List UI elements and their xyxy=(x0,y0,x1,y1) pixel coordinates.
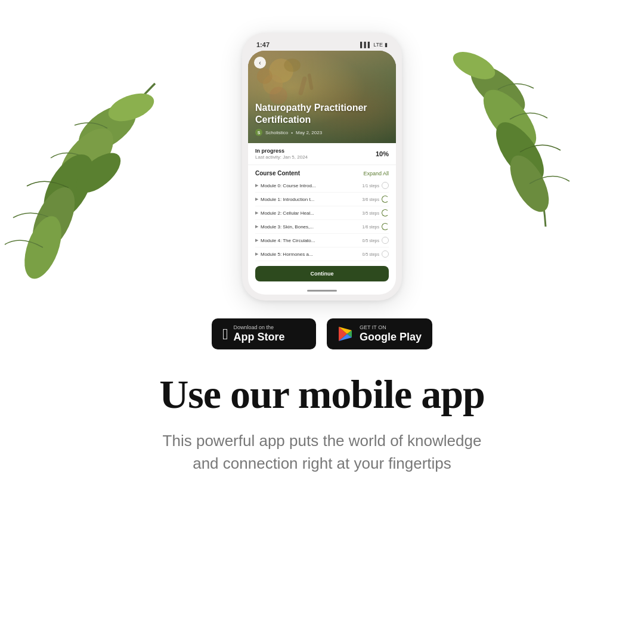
sub-headline: This powerful app puts the world of know… xyxy=(163,430,482,475)
module-steps-3: 1/6 steps xyxy=(363,225,379,229)
module-circle-3 xyxy=(382,223,389,230)
progress-percentage: 10% xyxy=(376,150,389,157)
battery-icon: ▮ xyxy=(385,42,388,48)
svg-rect-20 xyxy=(307,73,313,90)
course-date: May 2, 2023 xyxy=(296,130,322,135)
progress-label: In progress xyxy=(255,148,308,154)
last-activity: Last activity: Jan 5, 2024 xyxy=(255,154,308,160)
course-content-header: Course Content Expand All xyxy=(248,165,396,179)
module-list: ▶ Module 0: Course Introd... 1/1 steps ▶… xyxy=(248,179,396,261)
google-play-text: GET IT ON Google Play xyxy=(360,324,422,343)
app-store-button[interactable]:  Download on the App Store xyxy=(212,318,316,349)
module-left-0: ▶ Module 0: Course Introd... xyxy=(255,183,316,188)
module-left-3: ▶ Module 3: Skin, Bones,... xyxy=(255,224,314,230)
google-play-button[interactable]: GET IT ON Google Play xyxy=(327,318,432,349)
module-right-0: 1/1 steps xyxy=(363,182,389,189)
google-play-icon xyxy=(338,326,354,342)
module-right-3: 1/6 steps xyxy=(363,223,389,230)
phone-outer: 1:47 ▌▌▌ LTE ▮ ‹ xyxy=(242,33,402,301)
module-left-2: ▶ Module 2: Cellular Heal... xyxy=(255,210,314,216)
module-arrow-icon-0: ▶ xyxy=(255,183,258,188)
module-right-1: 3/6 steps xyxy=(363,196,389,203)
module-left-1: ▶ Module 1: Introduction t... xyxy=(255,197,314,202)
svg-rect-19 xyxy=(298,76,308,95)
module-circle-2 xyxy=(382,209,389,216)
app-store-large-label: App Store xyxy=(233,331,284,344)
module-steps-5: 0/5 steps xyxy=(363,252,379,256)
main-headline: Use our mobile app xyxy=(159,372,485,417)
app-store-small-label: Download on the xyxy=(233,324,284,331)
module-name-0: Module 0: Course Introd... xyxy=(261,183,316,188)
module-steps-4: 0/5 steps xyxy=(363,239,379,243)
store-buttons-section:  Download on the App Store GET IT ON Go… xyxy=(212,318,432,349)
module-item-1[interactable]: ▶ Module 1: Introduction t... 3/6 steps xyxy=(255,193,389,206)
leaf-decoration-left xyxy=(0,72,191,298)
module-left-4: ▶ Module 4: The Circulato... xyxy=(255,238,315,243)
module-circle-1 xyxy=(382,196,389,203)
module-name-1: Module 1: Introduction t... xyxy=(261,197,314,202)
module-arrow-icon-4: ▶ xyxy=(255,238,258,243)
module-item-0[interactable]: ▶ Module 0: Course Introd... 1/1 steps xyxy=(255,179,389,193)
module-right-4: 0/5 steps xyxy=(363,237,389,244)
page: 1:47 ▌▌▌ LTE ▮ ‹ xyxy=(0,0,644,644)
module-arrow-icon-3: ▶ xyxy=(255,224,258,229)
google-play-large-label: Google Play xyxy=(360,331,422,344)
phone-time: 1:47 xyxy=(256,41,270,48)
module-arrow-icon-2: ▶ xyxy=(255,210,258,215)
signal-bars-icon: ▌▌▌ xyxy=(360,42,371,48)
course-content-title: Course Content xyxy=(255,170,300,177)
module-name-5: Module 5: Hormones a... xyxy=(261,252,313,257)
google-play-small-label: GET IT ON xyxy=(360,324,422,331)
apple-icon:  xyxy=(222,326,228,342)
course-title-block: Naturopathy Practitioner Certification S… xyxy=(255,102,389,136)
svg-point-17 xyxy=(257,69,273,84)
module-item-5[interactable]: ▶ Module 5: Hormones a... 0/5 steps xyxy=(255,247,389,261)
module-circle-0 xyxy=(382,182,389,189)
expand-all-button[interactable]: Expand All xyxy=(363,171,389,177)
module-circle-5 xyxy=(382,250,389,258)
course-hero: ‹ Naturopathy Practitioner Certification xyxy=(248,51,396,143)
phone-screen: ‹ Naturopathy Practitioner Certification xyxy=(248,51,396,295)
svg-point-16 xyxy=(284,58,301,72)
module-name-3: Module 3: Skin, Bones,... xyxy=(261,224,314,230)
leaf-decoration-right xyxy=(441,36,608,239)
module-right-5: 0/5 steps xyxy=(363,250,389,258)
module-item-2[interactable]: ▶ Module 2: Cellular Heal... 3/5 steps xyxy=(255,206,389,220)
module-item-3[interactable]: ▶ Module 3: Skin, Bones,... 1/6 steps xyxy=(255,220,389,234)
module-circle-4 xyxy=(382,237,389,244)
module-item-4[interactable]: ▶ Module 4: The Circulato... 0/5 steps xyxy=(255,234,389,247)
continue-button[interactable]: Continue xyxy=(255,266,389,281)
module-name-4: Module 4: The Circulato... xyxy=(261,238,315,243)
lte-label: LTE xyxy=(373,42,383,48)
phone-signal: ▌▌▌ LTE ▮ xyxy=(360,42,388,48)
course-title: Naturopathy Practitioner Certification xyxy=(255,102,389,126)
sub-headline-text: This powerful app puts the world of know… xyxy=(163,432,482,472)
app-store-text: Download on the App Store xyxy=(233,324,284,343)
course-author: Scholistico xyxy=(265,130,288,135)
phone-home-indicator xyxy=(248,286,396,295)
home-bar xyxy=(307,290,337,292)
course-date-separator: • xyxy=(291,130,293,135)
course-meta: S Scholistico • May 2, 2023 xyxy=(255,129,389,136)
module-steps-2: 3/5 steps xyxy=(363,211,379,215)
module-arrow-icon-5: ▶ xyxy=(255,252,258,256)
continue-button-wrap: Continue xyxy=(248,261,396,286)
author-avatar: S xyxy=(255,129,262,136)
progress-section: In progress Last activity: Jan 5, 2024 1… xyxy=(248,143,396,165)
phone-mockup-section: 1:47 ▌▌▌ LTE ▮ ‹ xyxy=(242,33,402,301)
module-right-2: 3/5 steps xyxy=(363,209,389,216)
module-name-2: Module 2: Cellular Heal... xyxy=(261,210,314,216)
module-steps-1: 3/6 steps xyxy=(363,197,379,202)
module-arrow-icon-1: ▶ xyxy=(255,197,258,202)
progress-text-block: In progress Last activity: Jan 5, 2024 xyxy=(255,148,308,160)
module-left-5: ▶ Module 5: Hormones a... xyxy=(255,252,313,257)
phone-status-bar: 1:47 ▌▌▌ LTE ▮ xyxy=(248,39,396,51)
back-button[interactable]: ‹ xyxy=(254,57,266,69)
module-steps-0: 1/1 steps xyxy=(363,184,379,188)
